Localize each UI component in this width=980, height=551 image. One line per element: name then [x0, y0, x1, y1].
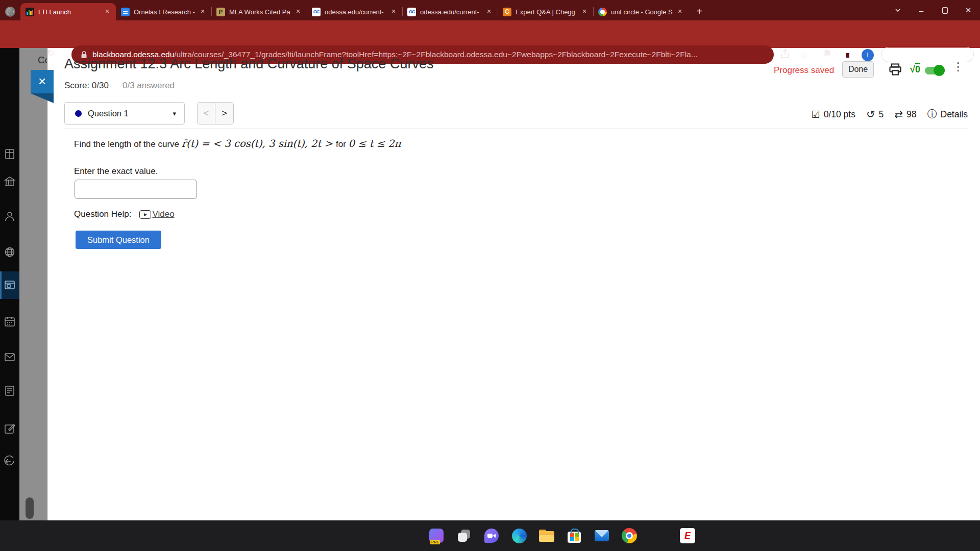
messages-envelope-icon[interactable]: [4, 351, 16, 363]
tab-odessa-current-1[interactable]: OC odessa.edu/current- ×: [307, 3, 402, 20]
chrome-icon[interactable]: [616, 520, 643, 551]
tools-edit-icon[interactable]: [4, 422, 16, 435]
sidebar-item-courses-selected[interactable]: [0, 271, 19, 299]
tab-label: Ornelas I Research -: [134, 8, 198, 16]
answer-prompt: Enter the exact value.: [74, 166, 158, 177]
tab-close-icon[interactable]: ×: [198, 7, 207, 16]
tab-close-icon[interactable]: ×: [293, 7, 303, 16]
question-math-curve: r̄(t) = < 3 cos(t), 3 sin(t), 2t >: [182, 138, 336, 149]
question-select-dropdown[interactable]: Question 1 ▾: [64, 102, 185, 124]
tab-label: Expert Q&A | Chegg: [516, 8, 580, 16]
undo-count: 5: [879, 109, 884, 120]
window-controls: – ×: [886, 0, 980, 20]
exact-value-sqrt-icon: √0: [910, 64, 920, 75]
browser-menu-icon[interactable]: ⋮: [955, 50, 963, 59]
blackboard-sidebar: Pri Ter Acc: [0, 48, 19, 520]
windows-taskbar: Search PRE E I: [0, 520, 980, 551]
next-question-button[interactable]: >: [215, 102, 234, 124]
activity-stream-icon[interactable]: [4, 148, 16, 160]
tab-lti-launch[interactable]: LTI Launch ×: [20, 3, 116, 20]
reload-icon[interactable]: ↻: [47, 47, 55, 59]
new-tab-button[interactable]: +: [692, 4, 707, 19]
mail-icon[interactable]: [588, 520, 616, 551]
page-overflow-menu-icon[interactable]: ⋮: [952, 60, 964, 73]
file-explorer-icon[interactable]: [533, 520, 560, 551]
profile-avatar[interactable]: I: [862, 49, 874, 61]
tab-close-icon[interactable]: ×: [580, 7, 589, 16]
bookmark-star-icon[interactable]: ☆: [800, 50, 808, 61]
tab-mla-works-cited[interactable]: P MLA Works Cited Pa ×: [211, 3, 307, 20]
microsoft-store-icon[interactable]: [560, 520, 588, 551]
page-title: Assignment 12.3 Arc Length and Curvature…: [64, 56, 433, 72]
profile-icon[interactable]: [4, 210, 16, 222]
tab-close-icon[interactable]: ×: [484, 7, 494, 16]
maximize-button[interactable]: [933, 0, 957, 20]
question-divider: [64, 129, 968, 129]
edge-browser-icon[interactable]: [505, 520, 533, 551]
regenerate-icon[interactable]: ⇄: [894, 108, 903, 120]
espn-app-icon[interactable]: E: [674, 520, 701, 551]
tab-odessa-current-2[interactable]: OC odessa.edu/current- ×: [402, 3, 498, 20]
extension-icon[interactable]: [843, 51, 852, 60]
info-icon[interactable]: ⓘ: [927, 108, 937, 121]
calendar-icon[interactable]: [4, 315, 16, 328]
collapsed-course-panel: Co: [19, 48, 47, 520]
question-text: Find the length of the curve r̄(t) = < 3…: [74, 138, 401, 149]
panel-scrollbar-thumb[interactable]: [26, 497, 34, 519]
bar-chart-favicon-icon: [26, 8, 34, 16]
previous-question-button[interactable]: <: [197, 102, 215, 124]
globe-favicon-icon: [5, 7, 15, 17]
sqrt-display-toggle[interactable]: [925, 67, 943, 74]
google-docs-favicon-icon: [121, 8, 130, 16]
pinned-tab[interactable]: [0, 3, 20, 20]
print-icon[interactable]: [888, 62, 902, 77]
undo-icon[interactable]: ↺: [866, 108, 875, 120]
close-panel-button[interactable]: ×: [31, 70, 54, 93]
taskbar-copilot-preview-icon[interactable]: PRE: [423, 520, 450, 551]
close-panel-ribbon-fold: [31, 93, 54, 103]
tab-close-icon[interactable]: ×: [389, 7, 398, 16]
question-math-domain: 0 ≤ t ≤ 2π: [349, 138, 401, 149]
video-link[interactable]: Video: [152, 209, 174, 219]
tab-label: unit circle - Google S: [611, 8, 675, 16]
organizations-globe-icon[interactable]: [4, 246, 16, 258]
sign-out-icon[interactable]: [4, 455, 16, 467]
tab-label: odessa.edu/current-: [325, 8, 389, 16]
score-checkbox-icon: ☑: [812, 109, 820, 120]
question-stats: ☑ 0/10 pts ↺ 5 ⇄ 98 ⓘ Details: [812, 108, 968, 121]
regen-count: 98: [906, 109, 916, 120]
tab-chegg[interactable]: C Expert Q&A | Chegg ×: [498, 3, 593, 20]
tab-label: MLA Works Cited Pa: [229, 8, 293, 16]
panel-partial-heading: Co: [38, 55, 47, 66]
question-help-row: Question Help: ▶ Video: [74, 209, 175, 219]
question-nav-buttons: < >: [197, 102, 234, 124]
minimize-button[interactable]: –: [910, 0, 933, 20]
grades-document-icon[interactable]: [4, 385, 16, 397]
answered-label: 0/3 answered: [122, 81, 175, 91]
chevron-down-icon: ▾: [173, 110, 176, 117]
google-favicon-icon: [598, 8, 607, 16]
browser-toolbar: ← → ↻ blackboard.odessa.edu/ultra/course…: [0, 20, 980, 48]
tab-close-icon[interactable]: ×: [675, 7, 684, 16]
odessa-college-favicon-icon: OC: [312, 8, 321, 16]
task-view-icon[interactable]: [450, 520, 478, 551]
tab-search-chevron-icon[interactable]: [886, 0, 910, 20]
share-icon[interactable]: [779, 48, 791, 60]
teams-chat-icon[interactable]: [478, 520, 505, 551]
chegg-favicon-icon: C: [503, 8, 511, 16]
answer-input[interactable]: [75, 180, 197, 199]
extensions-puzzle-icon[interactable]: [822, 49, 832, 60]
tab-close-icon[interactable]: ×: [103, 7, 112, 16]
browser-tab-bar: LTI Launch × Ornelas I Research - × P ML…: [0, 0, 980, 20]
details-link[interactable]: Details: [941, 109, 968, 120]
done-button[interactable]: Done: [842, 61, 874, 78]
close-window-button[interactable]: ×: [957, 0, 980, 20]
tab-google-search[interactable]: unit circle - Google S ×: [593, 3, 689, 20]
institution-page-icon[interactable]: [4, 176, 16, 188]
progress-saved-status: Progress saved: [774, 65, 834, 76]
points-label: 0/10 pts: [824, 109, 855, 120]
question-select-value: Question 1: [88, 109, 173, 118]
video-play-icon[interactable]: ▶: [139, 210, 151, 219]
tab-ornelas-research[interactable]: Ornelas I Research - ×: [116, 3, 211, 20]
submit-question-button[interactable]: Submit Question: [76, 231, 161, 249]
